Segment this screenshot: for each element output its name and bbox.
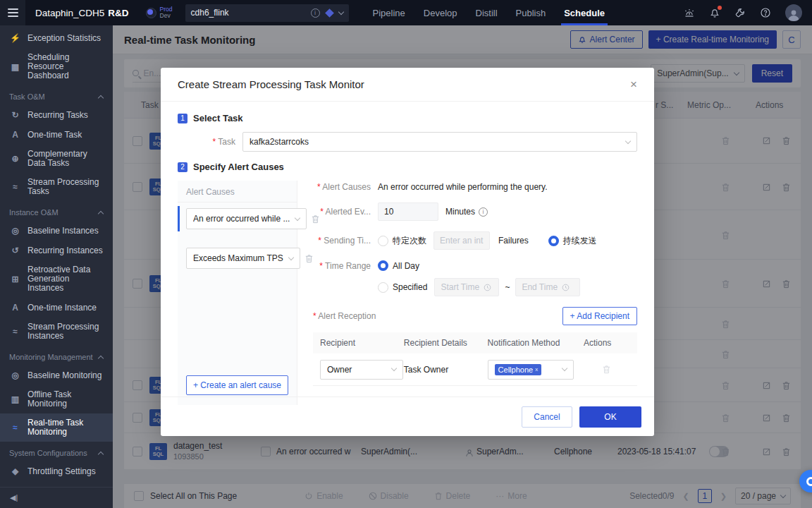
brand-name: Dataphin_CDH5: [35, 8, 104, 18]
ok-button[interactable]: OK: [579, 406, 641, 428]
alert-causes-panel-title: Alert Causes: [178, 181, 297, 202]
sidebar-item-retroactive-data-generation-instances[interactable]: ⊞ Retroactive Data Generation Instances: [0, 260, 113, 298]
alerted-every-label: Alerted Ev...: [313, 207, 371, 217]
alert-reception-label: Alert Reception: [313, 311, 376, 321]
sidebar-item-label: Throttling Settings: [27, 467, 96, 476]
all-day-radio[interactable]: [378, 260, 388, 271]
trash-icon[interactable]: [304, 254, 314, 263]
alert-cause-item[interactable]: Exceeds Maximum TPS: [178, 242, 297, 274]
chevron-up-icon: [98, 355, 104, 361]
recipient-row: Owner Task Owner Cellphonex: [313, 353, 637, 386]
sidebar-item-label: Stream Processing Tasks: [27, 178, 107, 196]
offline-monitoring-icon: ▥: [9, 394, 21, 404]
alerted-every-input[interactable]: [378, 202, 438, 221]
sidebar-item-scheduling-resource-dashboard[interactable]: ▦ Scheduling Resource Dashboard: [0, 48, 113, 85]
nav-distill[interactable]: Distill: [476, 0, 498, 25]
one-time-instance-icon: A: [9, 303, 21, 313]
step-number: 1: [178, 114, 187, 123]
sidebar-item-throttling-settings[interactable]: ◆ Throttling Settings: [0, 461, 113, 481]
sidebar-item-stream-processing-tasks[interactable]: ≈ Stream Processing Tasks: [0, 173, 113, 201]
sidebar-item-label: Recurring Instances: [27, 246, 103, 255]
sidebar-item-running-configuration[interactable]: ≡ Running Configuration: [0, 481, 113, 487]
top-nav: Pipeline Develop Distill Publish Schedul…: [373, 0, 605, 25]
specified-time-row: Specified Start Time ~ End Time: [313, 278, 637, 296]
realtime-monitoring-icon: ≈: [9, 423, 21, 433]
stream-instances-icon: ≈: [9, 327, 21, 337]
project-selector[interactable]: cdh6_flink i: [185, 4, 349, 22]
nav-develop[interactable]: Develop: [424, 0, 457, 25]
retroactive-instances-icon: ⊞: [9, 274, 21, 284]
help-icon[interactable]: [760, 7, 771, 18]
tag-close-icon[interactable]: x: [535, 366, 538, 373]
alert-causes-value: An error occurred while performing the q…: [378, 182, 548, 192]
sidebar-scroll: ⚡ Exception Statistics ▦ Scheduling Reso…: [0, 25, 113, 487]
sidebar-item-baseline-monitoring[interactable]: ◎ Baseline Monitoring: [0, 365, 113, 385]
sidebar-item-recurring-instances[interactable]: ↺ Recurring Instances: [0, 241, 113, 260]
sidebar-item-offline-task-monitoring[interactable]: ▥ Offline Task Monitoring: [0, 385, 113, 413]
nav-schedule[interactable]: Schedule: [564, 0, 605, 25]
nav-publish[interactable]: Publish: [516, 0, 546, 25]
sidebar-item-complementary-data-tasks[interactable]: ⊕ Complementary Data Tasks: [0, 145, 113, 173]
info-icon: i: [311, 8, 320, 18]
bell-icon[interactable]: [709, 7, 720, 18]
nav-pipeline[interactable]: Pipeline: [373, 0, 405, 25]
add-recipient-button[interactable]: + Add Recipient: [562, 307, 637, 325]
sidebar-item-one-time-instance[interactable]: A One-time Instance: [0, 298, 113, 318]
avatar[interactable]: [785, 4, 802, 21]
sidebar-item-label: Real-time Task Monitoring: [27, 418, 107, 437]
topbar: Dataphin_CDH5R&D Prod Dev cdh6_flink i P…: [0, 0, 812, 25]
alert-cause-select[interactable]: An error occurred while ...: [186, 208, 307, 229]
section-title: Task O&M: [9, 92, 45, 101]
sidebar-section-monitoring-management[interactable]: Monitoring Management: [0, 346, 113, 365]
env-toggle[interactable]: Prod Dev: [146, 6, 173, 19]
recurring-tasks-icon: ↻: [9, 110, 21, 120]
menu-icon[interactable]: [0, 0, 25, 25]
trash-icon[interactable]: [311, 214, 320, 224]
sidebar-item-stream-processing-instances[interactable]: ≈ Stream Processing Instances: [0, 318, 113, 346]
recipient-details-value: Task Owner: [404, 365, 488, 375]
task-select[interactable]: kafka2starrcoks: [242, 132, 637, 152]
specified-radio[interactable]: [378, 282, 388, 293]
end-time-input[interactable]: End Time: [515, 278, 580, 296]
create-alert-cause-button[interactable]: + Create an alert cause: [186, 375, 288, 395]
close-icon[interactable]: ×: [630, 78, 637, 90]
failure-count-input[interactable]: [433, 231, 490, 250]
sidebar-item-label: Stream Processing Instances: [27, 322, 107, 341]
sidebar-item-label: Offline Task Monitoring: [27, 390, 107, 409]
method-tag[interactable]: Cellphonex: [495, 364, 542, 375]
alert-cause-item-selected[interactable]: An error occurred while ...: [178, 202, 297, 235]
sidebar-section-system-configurations[interactable]: System Configurations: [0, 442, 113, 461]
alarm-icon[interactable]: [684, 7, 695, 18]
sidebar-collapse-button[interactable]: ◀|: [0, 487, 113, 508]
continuous-send-radio[interactable]: [548, 236, 559, 246]
alert-causes-panel: Alert Causes An error occurred while ...…: [178, 181, 297, 405]
section-title: Instance O&M: [9, 208, 59, 217]
step-label: Specify Alert Causes: [193, 162, 284, 172]
sidebar-item-exception-statistics[interactable]: ⚡ Exception Statistics: [0, 28, 113, 48]
sidebar-item-one-time-task[interactable]: A One-time Task: [0, 125, 113, 145]
alert-causes-row: Alert Causes An error occurred while per…: [313, 182, 637, 192]
notification-method-select[interactable]: Cellphonex: [488, 360, 574, 380]
recipient-select[interactable]: Owner: [320, 360, 403, 380]
chevron-down-icon: [338, 8, 343, 14]
task-field-row: Task kafka2starrcoks: [178, 132, 637, 152]
sidebar-item-label: Recurring Tasks: [27, 111, 88, 120]
alerted-every-unit: Minutes: [445, 207, 475, 217]
chevron-down-icon: [561, 365, 567, 371]
wrench-icon[interactable]: [734, 7, 746, 18]
sidebar-item-recurring-tasks[interactable]: ↻ Recurring Tasks: [0, 105, 113, 125]
time-range-label: Time Range: [313, 261, 371, 271]
sending-times-row: Sending Ti... 特定次数 Failures 持续发送: [313, 231, 637, 250]
sidebar-section-instance-om[interactable]: Instance O&M: [0, 201, 113, 221]
col-recipient-details: Recipient Details: [404, 338, 488, 348]
step-specify-alert-causes: 2 Specify Alert Causes: [178, 162, 637, 172]
sidebar-section-task-om[interactable]: Task O&M: [0, 85, 113, 105]
info-icon: i: [479, 207, 488, 217]
alert-cause-select[interactable]: Exceeds Maximum TPS: [186, 248, 300, 269]
start-time-input[interactable]: Start Time: [434, 278, 499, 296]
cancel-button[interactable]: Cancel: [522, 406, 572, 428]
step-number: 2: [178, 162, 187, 172]
sidebar-item-baseline-instances[interactable]: ◎ Baseline Instances: [0, 221, 113, 241]
specific-count-radio[interactable]: [378, 236, 388, 246]
sidebar-item-real-time-task-monitoring[interactable]: ≈ Real-time Task Monitoring: [0, 413, 113, 442]
